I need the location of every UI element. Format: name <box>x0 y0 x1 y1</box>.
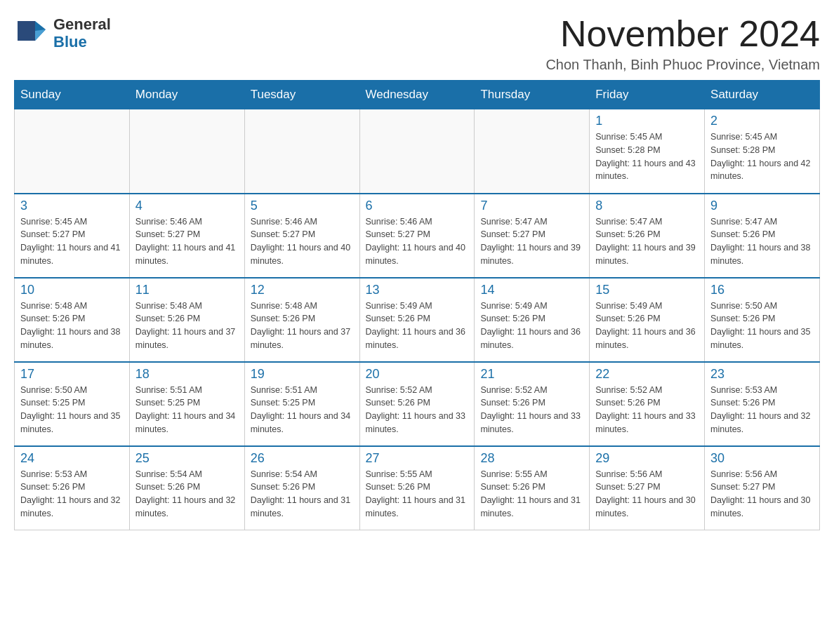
day-info: Sunrise: 5:46 AMSunset: 5:27 PMDaylight:… <box>366 215 469 268</box>
day-info: Sunrise: 5:45 AMSunset: 5:28 PMDaylight:… <box>710 130 814 183</box>
day-info: Sunrise: 5:56 AMSunset: 5:27 PMDaylight:… <box>710 468 814 521</box>
table-row: 20Sunrise: 5:52 AMSunset: 5:26 PMDayligh… <box>359 362 475 446</box>
header-wednesday: Wednesday <box>359 81 475 109</box>
day-info: Sunrise: 5:54 AMSunset: 5:26 PMDaylight:… <box>135 468 239 521</box>
day-number: 29 <box>595 451 699 466</box>
calendar-week-row: 1Sunrise: 5:45 AMSunset: 5:28 PMDaylight… <box>15 109 820 194</box>
day-number: 6 <box>366 199 469 213</box>
table-row: 13Sunrise: 5:49 AMSunset: 5:26 PMDayligh… <box>359 278 475 362</box>
title-area: November 2024 Chon Thanh, Binh Phuoc Pro… <box>545 14 820 73</box>
header-thursday: Thursday <box>475 81 590 109</box>
table-row: 17Sunrise: 5:50 AMSunset: 5:25 PMDayligh… <box>15 362 130 446</box>
header-sunday: Sunday <box>15 81 130 109</box>
table-row: 25Sunrise: 5:54 AMSunset: 5:26 PMDayligh… <box>129 446 244 530</box>
day-info: Sunrise: 5:55 AMSunset: 5:26 PMDaylight:… <box>480 468 583 521</box>
day-number: 27 <box>366 451 469 466</box>
day-number: 30 <box>710 451 814 466</box>
day-info: Sunrise: 5:48 AMSunset: 5:26 PMDaylight:… <box>251 300 354 352</box>
day-info: Sunrise: 5:53 AMSunset: 5:26 PMDaylight:… <box>20 468 124 521</box>
logo-icon <box>14 14 49 53</box>
location-title: Chon Thanh, Binh Phuoc Province, Vietnam <box>545 57 820 73</box>
day-info: Sunrise: 5:49 AMSunset: 5:26 PMDaylight:… <box>595 300 699 352</box>
day-number: 4 <box>135 199 239 213</box>
month-title: November 2024 <box>545 14 820 54</box>
table-row: 3Sunrise: 5:45 AMSunset: 5:27 PMDaylight… <box>15 194 130 278</box>
day-info: Sunrise: 5:56 AMSunset: 5:27 PMDaylight:… <box>595 468 699 521</box>
day-number: 26 <box>251 451 354 466</box>
day-info: Sunrise: 5:54 AMSunset: 5:26 PMDaylight:… <box>251 468 354 521</box>
table-row: 16Sunrise: 5:50 AMSunset: 5:26 PMDayligh… <box>705 278 820 362</box>
day-number: 7 <box>480 199 583 213</box>
day-number: 18 <box>135 367 239 382</box>
calendar-week-row: 10Sunrise: 5:48 AMSunset: 5:26 PMDayligh… <box>15 278 820 362</box>
table-row: 5Sunrise: 5:46 AMSunset: 5:27 PMDaylight… <box>244 194 359 278</box>
table-row: 26Sunrise: 5:54 AMSunset: 5:26 PMDayligh… <box>244 446 359 530</box>
day-number: 17 <box>20 367 124 382</box>
day-number: 19 <box>251 367 354 382</box>
day-info: Sunrise: 5:52 AMSunset: 5:26 PMDaylight:… <box>480 384 583 436</box>
day-number: 12 <box>251 283 354 297</box>
table-row: 21Sunrise: 5:52 AMSunset: 5:26 PMDayligh… <box>475 362 590 446</box>
logo-blue-text: Blue <box>53 34 111 51</box>
calendar-table: Sunday Monday Tuesday Wednesday Thursday… <box>14 80 820 530</box>
table-row: 7Sunrise: 5:47 AMSunset: 5:27 PMDaylight… <box>475 194 590 278</box>
day-info: Sunrise: 5:49 AMSunset: 5:26 PMDaylight:… <box>480 300 583 352</box>
table-row <box>359 109 475 194</box>
day-info: Sunrise: 5:48 AMSunset: 5:26 PMDaylight:… <box>20 300 124 352</box>
day-info: Sunrise: 5:48 AMSunset: 5:26 PMDaylight:… <box>135 300 239 352</box>
table-row <box>129 109 244 194</box>
day-info: Sunrise: 5:49 AMSunset: 5:26 PMDaylight:… <box>366 300 469 352</box>
day-info: Sunrise: 5:50 AMSunset: 5:26 PMDaylight:… <box>710 300 814 352</box>
day-number: 3 <box>20 199 124 213</box>
table-row: 24Sunrise: 5:53 AMSunset: 5:26 PMDayligh… <box>15 446 130 530</box>
table-row: 19Sunrise: 5:51 AMSunset: 5:25 PMDayligh… <box>244 362 359 446</box>
day-number: 28 <box>480 451 583 466</box>
table-row: 10Sunrise: 5:48 AMSunset: 5:26 PMDayligh… <box>15 278 130 362</box>
day-number: 1 <box>595 114 699 128</box>
day-number: 23 <box>710 367 814 382</box>
day-number: 9 <box>710 199 814 213</box>
day-number: 20 <box>366 367 469 382</box>
logo: General Blue <box>14 14 111 53</box>
table-row: 9Sunrise: 5:47 AMSunset: 5:26 PMDaylight… <box>705 194 820 278</box>
day-number: 2 <box>710 114 814 128</box>
day-number: 25 <box>135 451 239 466</box>
header-friday: Friday <box>590 81 705 109</box>
table-row: 1Sunrise: 5:45 AMSunset: 5:28 PMDaylight… <box>590 109 705 194</box>
header-saturday: Saturday <box>705 81 820 109</box>
table-row: 30Sunrise: 5:56 AMSunset: 5:27 PMDayligh… <box>705 446 820 530</box>
table-row: 18Sunrise: 5:51 AMSunset: 5:25 PMDayligh… <box>129 362 244 446</box>
table-row <box>475 109 590 194</box>
day-info: Sunrise: 5:51 AMSunset: 5:25 PMDaylight:… <box>135 384 239 436</box>
day-number: 5 <box>251 199 354 213</box>
day-info: Sunrise: 5:55 AMSunset: 5:26 PMDaylight:… <box>366 468 469 521</box>
page-header: General Blue November 2024 Chon Thanh, B… <box>14 14 820 73</box>
table-row: 29Sunrise: 5:56 AMSunset: 5:27 PMDayligh… <box>590 446 705 530</box>
day-info: Sunrise: 5:47 AMSunset: 5:26 PMDaylight:… <box>595 215 699 268</box>
calendar-week-row: 3Sunrise: 5:45 AMSunset: 5:27 PMDaylight… <box>15 194 820 278</box>
table-row: 14Sunrise: 5:49 AMSunset: 5:26 PMDayligh… <box>475 278 590 362</box>
table-row: 4Sunrise: 5:46 AMSunset: 5:27 PMDaylight… <box>129 194 244 278</box>
day-number: 15 <box>595 283 699 297</box>
day-number: 11 <box>135 283 239 297</box>
day-info: Sunrise: 5:53 AMSunset: 5:26 PMDaylight:… <box>710 384 814 436</box>
svg-marker-2 <box>35 29 46 41</box>
table-row: 22Sunrise: 5:52 AMSunset: 5:26 PMDayligh… <box>590 362 705 446</box>
table-row: 15Sunrise: 5:49 AMSunset: 5:26 PMDayligh… <box>590 278 705 362</box>
day-info: Sunrise: 5:45 AMSunset: 5:28 PMDaylight:… <box>595 130 699 183</box>
table-row: 8Sunrise: 5:47 AMSunset: 5:26 PMDaylight… <box>590 194 705 278</box>
header-tuesday: Tuesday <box>244 81 359 109</box>
table-row: 11Sunrise: 5:48 AMSunset: 5:26 PMDayligh… <box>129 278 244 362</box>
table-row: 23Sunrise: 5:53 AMSunset: 5:26 PMDayligh… <box>705 362 820 446</box>
day-info: Sunrise: 5:46 AMSunset: 5:27 PMDaylight:… <box>135 215 239 268</box>
table-row: 12Sunrise: 5:48 AMSunset: 5:26 PMDayligh… <box>244 278 359 362</box>
table-row: 6Sunrise: 5:46 AMSunset: 5:27 PMDaylight… <box>359 194 475 278</box>
day-info: Sunrise: 5:51 AMSunset: 5:25 PMDaylight:… <box>251 384 354 436</box>
calendar-week-row: 24Sunrise: 5:53 AMSunset: 5:26 PMDayligh… <box>15 446 820 530</box>
day-info: Sunrise: 5:45 AMSunset: 5:27 PMDaylight:… <box>20 215 124 268</box>
day-number: 14 <box>480 283 583 297</box>
table-row: 27Sunrise: 5:55 AMSunset: 5:26 PMDayligh… <box>359 446 475 530</box>
day-number: 8 <box>595 199 699 213</box>
table-row <box>15 109 130 194</box>
day-number: 13 <box>366 283 469 297</box>
